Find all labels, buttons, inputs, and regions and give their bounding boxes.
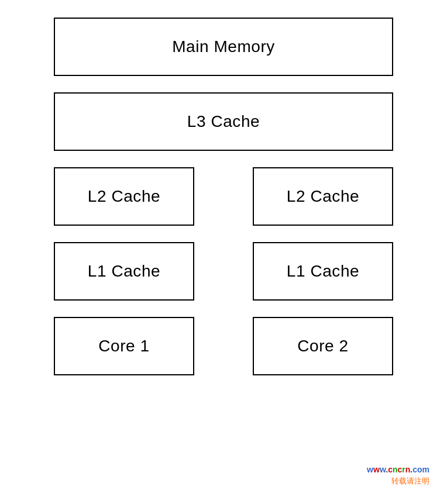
l2-cache-box-1: L2 Cache [54, 167, 194, 226]
main-memory-box: Main Memory [54, 18, 393, 76]
l2-cache-label-1: L2 Cache [88, 187, 160, 206]
l1-cache-label-2: L1 Cache [287, 262, 359, 281]
main-memory-label: Main Memory [172, 37, 275, 56]
watermark: www.cncrn.com 转载请注明 [367, 464, 429, 486]
l2-cache-box-2: L2 Cache [253, 167, 393, 226]
core-label-1: Core 1 [98, 337, 149, 355]
core-label-2: Core 2 [297, 337, 348, 355]
diagram-container: Main Memory L3 Cache L2 Cache L2 Cache L… [0, 0, 447, 393]
core-box-2: Core 2 [253, 317, 393, 375]
l1-cache-box-2: L1 Cache [253, 242, 393, 301]
l2-cache-label-2: L2 Cache [287, 187, 359, 206]
core-box-1: Core 1 [54, 317, 194, 375]
l3-cache-label: L3 Cache [187, 112, 260, 131]
watermark-notice: 转载请注明 [391, 476, 429, 486]
l1-cache-box-1: L1 Cache [54, 242, 194, 301]
l3-cache-box: L3 Cache [54, 92, 393, 151]
l2-cache-row: L2 Cache L2 Cache [54, 167, 393, 226]
core-row: Core 1 Core 2 [54, 317, 393, 375]
watermark-url: www.cncrn.com [367, 464, 429, 476]
l1-cache-row: L1 Cache L1 Cache [54, 242, 393, 301]
l1-cache-label-1: L1 Cache [88, 262, 160, 281]
